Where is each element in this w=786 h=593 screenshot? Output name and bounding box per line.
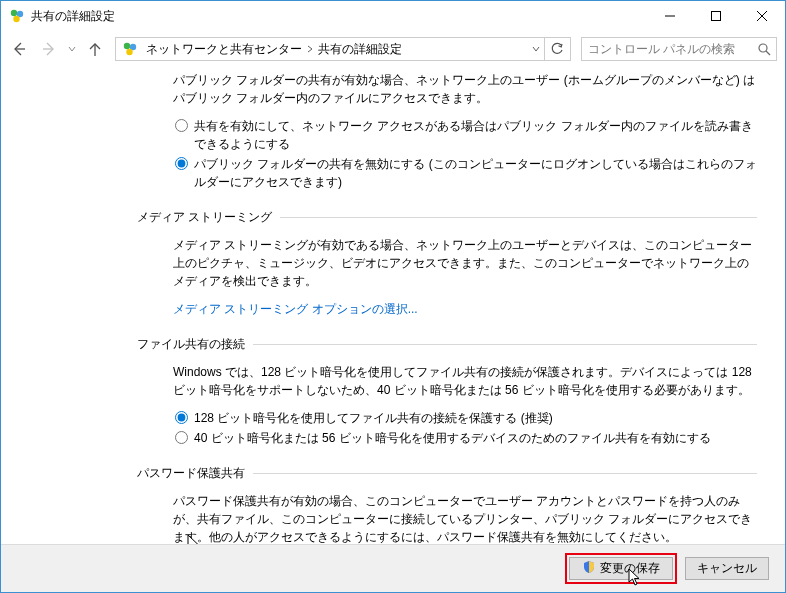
search-icon[interactable]: [752, 38, 776, 60]
radio-public-enable-label: 共有を有効にして、ネットワーク アクセスがある場合はパブリック フォルダー内のフ…: [194, 117, 757, 153]
section-title-password: パスワード保護共有: [137, 465, 245, 482]
radio-enc-128[interactable]: [175, 411, 188, 424]
footer-bar: 変更の保存 キャンセル: [1, 544, 785, 592]
radio-enc-4056[interactable]: [175, 431, 188, 444]
section-password-sharing: パスワード保護共有: [137, 465, 757, 482]
svg-point-0: [11, 10, 17, 16]
content-pane: パブリック フォルダーの共有が有効な場合、ネットワーク上のユーザー (ホームグル…: [1, 67, 785, 544]
window-title: 共有の詳細設定: [31, 8, 115, 25]
up-button[interactable]: [81, 35, 109, 63]
svg-point-4: [124, 43, 130, 49]
navbar: ネットワークと共有センター 共有の詳細設定: [1, 31, 785, 67]
save-changes-button[interactable]: 変更の保存: [569, 557, 673, 580]
radio-public-enable[interactable]: [175, 119, 188, 132]
shield-icon: [582, 560, 596, 577]
close-button[interactable]: [739, 1, 785, 31]
radio-enc-128-label: 128 ビット暗号化を使用してファイル共有の接続を保護する (推奨): [194, 409, 757, 427]
forward-button[interactable]: [35, 35, 63, 63]
titlebar: 共有の詳細設定: [1, 1, 785, 31]
svg-point-6: [126, 49, 132, 55]
media-options-link[interactable]: メディア ストリーミング オプションの選択...: [173, 300, 418, 318]
radio-public-disable[interactable]: [175, 157, 188, 170]
search-box[interactable]: [581, 37, 777, 61]
chevron-right-icon[interactable]: [306, 45, 314, 53]
address-bar[interactable]: ネットワークと共有センター 共有の詳細設定: [115, 37, 571, 61]
save-button-label: 変更の保存: [600, 560, 660, 577]
radio-enc-4056-label: 40 ビット暗号化または 56 ビット暗号化を使用するデバイスのためのファイル共…: [194, 429, 757, 447]
address-history-dropdown[interactable]: [526, 38, 544, 60]
radio-public-disable-label: パブリック フォルダーの共有を無効にする (このコンピューターにログオンしている…: [194, 155, 757, 191]
maximize-button[interactable]: [693, 1, 739, 31]
password-intro: パスワード保護共有が有効の場合、このコンピューターでユーザー アカウントとパスワ…: [173, 492, 757, 544]
breadcrumb-root[interactable]: ネットワークと共有センター: [142, 41, 306, 58]
cancel-button[interactable]: キャンセル: [685, 557, 769, 580]
cancel-button-label: キャンセル: [697, 560, 757, 577]
window-frame: 共有の詳細設定: [0, 0, 786, 593]
media-intro: メディア ストリーミングが有効である場合、ネットワーク上のユーザーとデバイスは、…: [173, 236, 757, 290]
public-folder-intro: パブリック フォルダーの共有が有効な場合、ネットワーク上のユーザー (ホームグル…: [173, 71, 757, 107]
search-input[interactable]: [582, 42, 752, 56]
svg-point-7: [759, 44, 767, 52]
section-file-connections: ファイル共有の接続: [137, 336, 757, 353]
back-button[interactable]: [5, 35, 33, 63]
section-title-file-conn: ファイル共有の接続: [137, 336, 245, 353]
breadcrumb-current[interactable]: 共有の詳細設定: [314, 41, 406, 58]
section-media-streaming: メディア ストリーミング: [137, 209, 757, 226]
section-title-media: メディア ストリーミング: [137, 209, 272, 226]
svg-rect-3: [712, 12, 721, 21]
app-icon: [9, 8, 25, 24]
file-conn-intro: Windows では、128 ビット暗号化を使用してファイル共有の接続が保護され…: [173, 363, 757, 399]
highlight-save-button: 変更の保存: [565, 553, 677, 584]
refresh-button[interactable]: [544, 37, 568, 61]
recent-dropdown[interactable]: [65, 35, 79, 63]
svg-point-2: [13, 16, 19, 22]
location-icon: [122, 41, 138, 57]
minimize-button[interactable]: [647, 1, 693, 31]
